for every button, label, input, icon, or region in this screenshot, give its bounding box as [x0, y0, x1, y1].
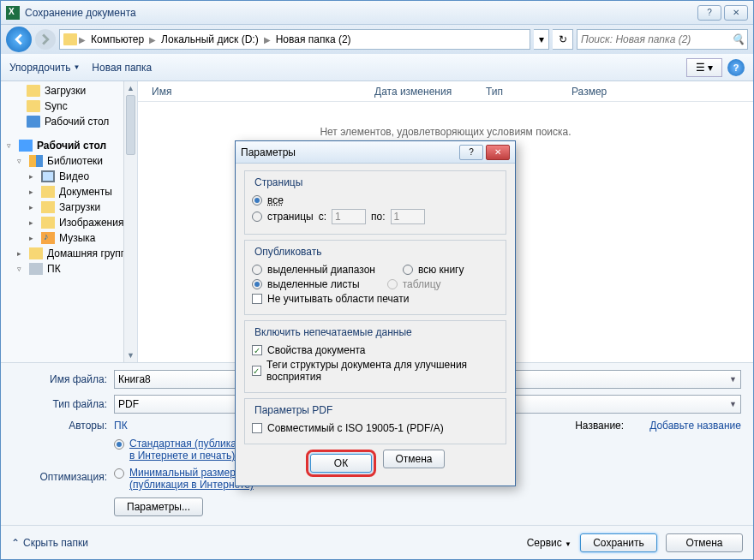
page-to-input[interactable]: 1	[391, 209, 425, 224]
pages-all-label[interactable]: все	[267, 194, 284, 206]
scroll-down-icon[interactable]: ▼	[124, 349, 137, 362]
hide-folders-button[interactable]: ⌃Скрыть папки	[11, 537, 88, 549]
footer: ⌃Скрыть папки Сервис ▼ Сохранить Отмена	[1, 525, 753, 559]
crumb-disk[interactable]: Локальный диск (D:)	[158, 33, 262, 45]
filetype-label: Тип файла:	[13, 398, 107, 410]
col-name[interactable]: Имя	[145, 86, 368, 98]
col-size[interactable]: Размер	[565, 86, 633, 98]
sidebar-item-pc[interactable]: ▿ПК	[1, 261, 137, 277]
pages-range-radio[interactable]	[252, 211, 262, 222]
scroll-up-icon[interactable]: ▲	[124, 81, 137, 95]
publish-table-radio	[387, 279, 398, 289]
crumb-folder[interactable]: Новая папка (2)	[272, 33, 355, 45]
publish-legend: Опубликовать	[252, 246, 324, 258]
sidebar-item-video[interactable]: ▸Видео	[1, 169, 137, 184]
sidebar-item-images[interactable]: ▸Изображения	[1, 215, 137, 230]
window-title: Сохранение документа	[25, 7, 136, 19]
opt-standard-radio[interactable]	[114, 439, 124, 450]
nav-row: ▶ Компьютер▶ Локальный диск (D:)▶ Новая …	[1, 25, 753, 54]
opt-minimal-radio[interactable]	[114, 468, 124, 479]
scroll-thumb[interactable]	[126, 95, 135, 155]
ignore-print-check[interactable]	[252, 294, 262, 304]
sidebar-item-libraries[interactable]: ▿Библиотеки	[1, 153, 137, 169]
help-icon[interactable]: ?	[697, 5, 721, 21]
refresh-button[interactable]: ↻	[553, 29, 573, 50]
sidebar-item-music[interactable]: ▸Музыка	[1, 230, 137, 246]
crumb-computer[interactable]: Компьютер	[87, 33, 147, 45]
pdf-legend: Параметры PDF	[252, 404, 335, 416]
pages-all-radio[interactable]	[252, 195, 262, 206]
breadcrumb[interactable]: ▶ Компьютер▶ Локальный диск (D:)▶ Новая …	[59, 29, 530, 50]
sidebar-scrollbar[interactable]: ▲ ▼	[123, 81, 137, 362]
sidebar-item-desktop[interactable]: Рабочий стол	[1, 114, 137, 129]
params-help-icon[interactable]: ?	[459, 145, 483, 160]
pages-fieldset: Страницы все страницы с: 1 по: 1	[244, 170, 506, 235]
authors-value[interactable]: ПК	[114, 420, 128, 432]
organize-menu[interactable]: Упорядочить ▼	[9, 62, 80, 74]
close-icon[interactable]: ✕	[724, 5, 748, 21]
sidebar-item-desktop-root[interactable]: ▿Рабочий стол	[1, 138, 137, 153]
authors-label: Авторы:	[13, 420, 107, 432]
sidebar: Загрузки Sync Рабочий стол ▿Рабочий стол…	[1, 81, 138, 362]
sidebar-item-documents[interactable]: ▸Документы	[1, 184, 137, 200]
sidebar-item-downloads[interactable]: Загрузки	[1, 83, 137, 98]
nonprint-fieldset: Включить непечатаемые данные Свойства до…	[244, 320, 506, 393]
save-button[interactable]: Сохранить	[580, 533, 657, 552]
new-folder-button[interactable]: Новая папка	[92, 62, 152, 74]
doc-props-check[interactable]	[252, 345, 262, 355]
publish-range-radio[interactable]	[252, 265, 262, 275]
help-button[interactable]: ?	[727, 59, 745, 76]
search-icon[interactable]: 🔍	[732, 33, 744, 45]
col-type[interactable]: Тип	[479, 86, 565, 98]
params-button[interactable]: Параметры...	[114, 497, 203, 516]
publish-sheets-radio[interactable]	[252, 279, 262, 289]
search-input[interactable]	[581, 33, 732, 45]
publish-book-radio[interactable]	[403, 265, 413, 275]
title-value[interactable]: Добавьте название	[649, 420, 741, 432]
view-mode-button[interactable]: ☰ ▾	[686, 58, 722, 77]
titlebar: Сохранение документа ? ✕	[1, 1, 753, 25]
excel-icon	[6, 6, 20, 20]
publish-fieldset: Опубликовать выделенный диапазон всю кни…	[244, 240, 506, 315]
params-ok-button[interactable]: ОК	[310, 454, 372, 473]
nav-forward-button[interactable]	[35, 29, 56, 50]
chevron-up-icon: ⌃	[11, 537, 20, 549]
nav-back-button[interactable]	[6, 27, 32, 52]
folder-icon	[63, 33, 77, 45]
column-headers[interactable]: Имя Дата изменения Тип Размер	[138, 81, 753, 102]
iso-check[interactable]	[252, 423, 262, 433]
params-close-icon[interactable]: ✕	[486, 145, 510, 160]
pages-range-label[interactable]: страницы	[267, 211, 314, 223]
page-from-input[interactable]: 1	[332, 209, 366, 224]
struct-tags-check[interactable]	[252, 366, 261, 376]
params-cancel-button[interactable]: Отмена	[383, 450, 445, 468]
service-menu[interactable]: Сервис ▼	[527, 537, 571, 549]
optimization-label: Оптимизация:	[13, 471, 107, 483]
col-date[interactable]: Дата изменения	[368, 86, 479, 98]
params-title: Параметры	[241, 146, 296, 158]
title-label: Название:	[575, 420, 624, 432]
sidebar-item-homegroup[interactable]: ▸Домашняя групп	[1, 246, 137, 261]
sidebar-item-sync[interactable]: Sync	[1, 98, 137, 114]
filename-label: Имя файла:	[13, 373, 107, 385]
pages-legend: Страницы	[252, 176, 305, 188]
breadcrumb-dropdown[interactable]: ▾	[534, 29, 549, 50]
toolbar: Упорядочить ▼ Новая папка ☰ ▾ ?	[1, 54, 753, 81]
search-input-wrapper: 🔍	[577, 29, 748, 50]
nonprint-legend: Включить непечатаемые данные	[252, 326, 415, 338]
sidebar-item-downloads2[interactable]: ▸Загрузки	[1, 200, 137, 215]
cancel-button[interactable]: Отмена	[666, 533, 743, 552]
ok-highlight: ОК	[306, 450, 376, 477]
params-dialog: Параметры ? ✕ Страницы все страницы с: 1…	[235, 140, 516, 486]
params-titlebar: Параметры ? ✕	[236, 141, 515, 164]
pdf-fieldset: Параметры PDF Совместимый с ISO 19005-1 …	[244, 398, 506, 444]
